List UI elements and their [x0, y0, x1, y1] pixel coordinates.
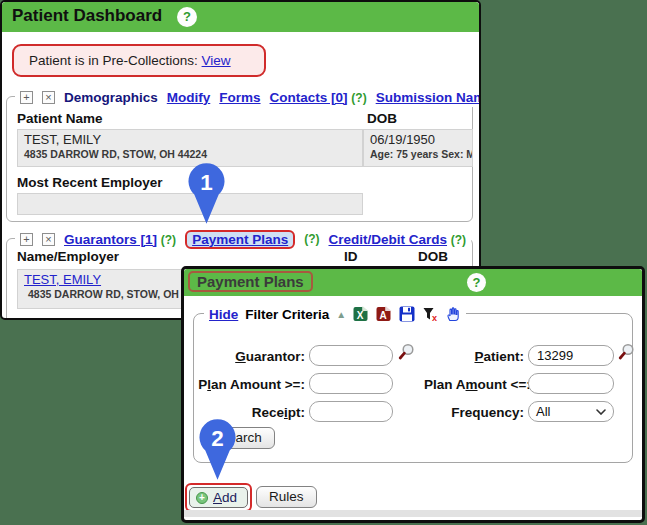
callout-pin-1: 1: [187, 163, 226, 226]
chevron-down-icon: [596, 409, 606, 415]
patient-name-value: TEST, EMILY: [18, 130, 362, 147]
frequency-label: Frequency:: [424, 402, 524, 423]
view-link[interactable]: View: [202, 53, 231, 68]
close-icon[interactable]: ×: [42, 233, 55, 246]
guarantor-input[interactable]: [309, 345, 393, 366]
column-name-employer: Name/Employer: [17, 249, 119, 264]
plan-amount-max-input[interactable]: [528, 373, 614, 394]
add-annotation-box: + Add: [185, 483, 252, 512]
hand-icon[interactable]: [445, 306, 461, 322]
demographics-section: + × Demographics Modify Forms Contacts […: [6, 96, 473, 222]
guarantors-legend: + × Guarantors [1] (?) Payment Plans (?)…: [15, 229, 471, 249]
payment-plans-window: Payment Plans ? Hide Filter Criteria ▲ X: [181, 266, 645, 523]
contacts-help-icon[interactable]: (?): [351, 91, 366, 105]
svg-text:X: X: [357, 310, 364, 321]
submission-names-link[interactable]: Submission Names [0]: [376, 90, 481, 105]
expand-icon[interactable]: +: [20, 233, 33, 246]
filter-remove-icon[interactable]: x: [422, 306, 438, 322]
expand-icon[interactable]: +: [20, 91, 33, 104]
credit-debit-cards-link[interactable]: Credit/Debit Cards: [329, 232, 448, 247]
dob-value: 06/19/1950: [364, 130, 472, 147]
payment-plans-title: Payment Plans: [188, 271, 313, 292]
patient-name-label: Patient Name: [17, 111, 103, 126]
close-icon[interactable]: ×: [42, 91, 55, 104]
help-icon[interactable]: ?: [467, 273, 486, 292]
payment-plans-link[interactable]: Payment Plans: [192, 232, 288, 247]
filter-criteria-legend: Hide Filter Criteria ▲ X A: [204, 304, 466, 324]
frequency-value: All: [536, 404, 550, 419]
forms-link[interactable]: Forms: [219, 90, 260, 105]
patient-dashboard-header: Patient Dashboard ?: [2, 2, 479, 32]
add-button[interactable]: + Add: [189, 487, 248, 508]
payment-plans-annotation-box: Payment Plans: [185, 230, 295, 249]
guarantors-help-icon[interactable]: (?): [161, 233, 176, 247]
patient-label: Patient:: [424, 346, 524, 367]
filter-criteria-label: Filter Criteria: [245, 307, 329, 322]
credit-cards-help-icon[interactable]: (?): [451, 233, 466, 247]
demographics-legend: + × Demographics Modify Forms Contacts […: [15, 87, 481, 107]
filter-criteria-section: Hide Filter Criteria ▲ X A: [193, 313, 633, 463]
column-dob: DOB: [418, 249, 448, 264]
svg-text:A: A: [380, 310, 387, 321]
plan-amount-max-label: Plan Amount <=:: [424, 374, 524, 395]
contacts-link[interactable]: Contacts [0]: [270, 90, 348, 105]
patient-name-value-box: TEST, EMILY 4835 DARROW RD, STOW, OH 442…: [17, 129, 363, 167]
patient-address-value: 4835 DARROW RD, STOW, OH 44224: [18, 147, 362, 160]
svg-text:x: x: [432, 313, 437, 322]
export-excel-icon[interactable]: X: [353, 306, 369, 322]
dob-value-box: 06/19/1950 Age: 75 years Sex: M: [363, 129, 473, 167]
collapse-arrow-icon[interactable]: ▲: [336, 309, 346, 320]
patient-lookup-magnifier-icon[interactable]: [618, 343, 635, 360]
rules-button[interactable]: Rules: [256, 486, 317, 508]
help-icon[interactable]: ?: [177, 7, 197, 27]
guarantor-name-link[interactable]: TEST, EMILY: [24, 272, 101, 287]
plan-amount-min-input[interactable]: [309, 373, 393, 394]
alert-text: Patient is in Pre-Collections:: [29, 53, 202, 68]
export-pdf-icon[interactable]: A: [376, 306, 392, 322]
column-id: ID: [344, 249, 358, 264]
frequency-select[interactable]: All: [528, 401, 614, 422]
hide-link[interactable]: Hide: [209, 307, 238, 322]
page-title: Patient Dashboard: [12, 6, 162, 26]
pre-collections-alert: Patient is in Pre-Collections: View: [12, 44, 266, 77]
screenshot-canvas: Patient Dashboard ? Patient is in Pre-Co…: [0, 0, 647, 525]
svg-text:1: 1: [200, 170, 212, 195]
plus-icon: +: [196, 492, 208, 504]
svg-text:2: 2: [211, 426, 223, 451]
guarantor-label: Guarantor:: [194, 346, 305, 367]
guarantor-lookup-magnifier-icon[interactable]: [398, 343, 415, 360]
demographics-label: Demographics: [64, 90, 158, 105]
payment-plans-help-icon[interactable]: (?): [304, 232, 319, 246]
receipt-input[interactable]: [309, 401, 393, 422]
age-sex-value: Age: 75 years Sex: M: [364, 147, 472, 160]
callout-pin-2: 2: [198, 419, 237, 482]
window-footer-strip: [184, 510, 642, 517]
dob-label: DOB: [367, 111, 397, 126]
payment-plans-header: Payment Plans ?: [184, 269, 642, 296]
patient-input[interactable]: [528, 345, 614, 366]
guarantors-link[interactable]: Guarantors [1]: [64, 232, 157, 247]
save-icon[interactable]: [399, 306, 415, 322]
plan-amount-min-label: Plan Amount >=:: [194, 374, 305, 395]
employer-label: Most Recent Employer: [17, 175, 163, 190]
modify-link[interactable]: Modify: [167, 90, 211, 105]
